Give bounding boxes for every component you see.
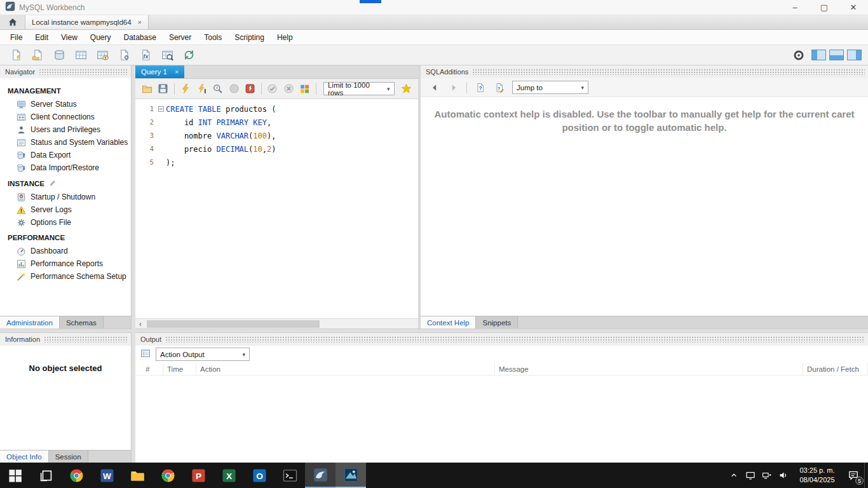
show-desktop-button[interactable]: [864, 463, 868, 488]
nav-item-dashboard[interactable]: Dashboard: [0, 245, 131, 257]
tray-network-button[interactable]: [759, 463, 775, 488]
code-area[interactable]: 1CREATE TABLE productos (2 id INT PRIMAR…: [135, 99, 418, 318]
horizontal-splitter[interactable]: [0, 329, 868, 333]
search-table-data-button[interactable]: [158, 47, 177, 64]
editor-horizontal-scrollbar[interactable]: ‹: [135, 318, 418, 329]
menu-item-help[interactable]: Help: [271, 30, 299, 44]
output-column-message: Message: [495, 363, 803, 375]
nav-item-client-connections[interactable]: Client Connections: [0, 111, 131, 123]
connection-status-button[interactable]: [789, 47, 808, 64]
taskbar-chrome-secondary[interactable]: [153, 463, 183, 488]
jump-to-select[interactable]: Jump to▾: [512, 81, 588, 94]
create-table-button[interactable]: [71, 47, 90, 64]
open-script-button[interactable]: [139, 81, 154, 97]
nav-item-options-file[interactable]: Options File: [0, 216, 131, 229]
action-center-button[interactable]: 5: [843, 463, 864, 488]
nav-item-performance-schema-setup[interactable]: Performance Schema Setup: [0, 270, 131, 283]
create-schema-icon: [53, 49, 65, 61]
nav-item-server-logs[interactable]: Server Logs: [0, 203, 131, 216]
new-sql-tab-button[interactable]: [6, 47, 25, 64]
taskbar-command-prompt[interactable]: [275, 463, 305, 488]
information-tab-session[interactable]: Session: [49, 451, 88, 463]
tray-volume-button[interactable]: [775, 463, 792, 488]
output-table-header: #TimeActionMessageDuration / Fetch: [135, 363, 868, 376]
output-view-select[interactable]: Action Output ▾: [156, 348, 250, 361]
taskbar-powerpoint[interactable]: P: [183, 463, 214, 488]
toggle-secondary-sidebar-button[interactable]: [847, 50, 862, 60]
nav-item-users-and-privileges[interactable]: Users and Privileges: [0, 123, 131, 136]
taskbar-outlook[interactable]: O: [244, 463, 275, 488]
task-view-button[interactable]: [31, 463, 61, 488]
start-button[interactable]: [0, 463, 31, 488]
history-forward-button[interactable]: [445, 80, 462, 95]
menu-item-view[interactable]: View: [55, 30, 84, 44]
nav-item-startup-shutdown[interactable]: Startup / Shutdown: [0, 191, 131, 203]
create-function-button[interactable]: fx: [136, 47, 155, 64]
nav-item-data-export[interactable]: Data Export: [0, 149, 131, 161]
open-sql-script-button[interactable]: [28, 47, 47, 64]
home-tab[interactable]: [0, 15, 25, 29]
menu-item-database[interactable]: Database: [118, 30, 163, 44]
taskbar-capture-tool[interactable]: [336, 463, 366, 488]
navigator-tab-administration[interactable]: Administration: [0, 316, 60, 329]
save-script-button[interactable]: [155, 81, 170, 97]
save-snippet-button[interactable]: [399, 81, 414, 97]
toggle-autocommit-button[interactable]: [297, 81, 313, 97]
nav-item-server-status[interactable]: Server Status: [0, 98, 131, 111]
taskbar-file-explorer[interactable]: [122, 463, 153, 488]
information-tab-object-info[interactable]: Object Info: [0, 451, 49, 463]
taskbar-word[interactable]: W: [92, 463, 122, 488]
window-title: MySQL Workbench: [19, 3, 85, 12]
explain-statement-button[interactable]: [210, 81, 226, 97]
stop-execution-button[interactable]: [226, 81, 241, 97]
minimize-button[interactable]: –: [780, 0, 810, 15]
tray-display-button[interactable]: [742, 463, 759, 488]
history-forward-icon: [449, 83, 459, 93]
connection-tab-close-icon[interactable]: ×: [138, 18, 142, 26]
taskbar-clock[interactable]: 03:25 p. m. 08/04/2025: [792, 466, 843, 485]
toggle-left-sidebar-button[interactable]: [811, 50, 826, 60]
sql-additions-tab-context-help[interactable]: Context Help: [421, 316, 476, 329]
query-tab[interactable]: Query 1 ×: [135, 65, 184, 78]
manual-context-help-button[interactable]: ?: [471, 80, 489, 95]
hidden-icons-chevron[interactable]: [726, 463, 742, 488]
close-button[interactable]: ✕: [839, 0, 868, 15]
navigator-tab-schemas[interactable]: Schemas: [60, 316, 104, 329]
toggle-output-area-button[interactable]: [829, 50, 844, 60]
menu-item-server[interactable]: Server: [163, 30, 198, 44]
history-back-button[interactable]: [426, 80, 443, 95]
execute-statements-button[interactable]: [178, 81, 193, 97]
taskbar-chrome[interactable]: [61, 463, 92, 488]
commit-transaction-button[interactable]: [265, 81, 280, 97]
reconnect-dbms-button[interactable]: [179, 47, 198, 64]
limit-rows-select[interactable]: Limit to 1000 rows▾: [323, 82, 395, 95]
create-view-icon: [97, 49, 109, 61]
menu-item-file[interactable]: File: [4, 30, 29, 44]
navigator-section-management: MANAGEMENT: [0, 82, 131, 98]
execute-current-statement-button[interactable]: [194, 81, 209, 97]
scroll-left-button[interactable]: ‹: [135, 320, 146, 329]
menu-item-edit[interactable]: Edit: [29, 30, 55, 44]
toggle-stop-on-error-button[interactable]: [242, 81, 257, 97]
taskbar-excel[interactable]: X: [214, 463, 244, 488]
toggle-automatic-help-button[interactable]: ?: [491, 80, 508, 95]
nav-item-label: Server Status: [31, 100, 77, 109]
connection-tab[interactable]: Local instance wampmysqld64 ×: [25, 15, 149, 29]
nav-item-status-and-system-variables[interactable]: Status and System Variables: [0, 136, 131, 149]
menu-item-scripting[interactable]: Scripting: [228, 30, 271, 44]
create-procedure-button[interactable]: [114, 47, 133, 64]
stop-execution-icon: [229, 83, 240, 94]
create-view-button[interactable]: [93, 47, 112, 64]
rollback-transaction-button[interactable]: [281, 81, 296, 97]
fold-collapse-icon[interactable]: [156, 106, 166, 112]
menu-item-tools[interactable]: Tools: [198, 30, 228, 44]
taskbar-mysql-workbench[interactable]: [305, 463, 336, 488]
query-tab-close-icon[interactable]: ×: [175, 68, 179, 76]
scrollbar-thumb[interactable]: [147, 320, 320, 328]
maximize-button[interactable]: ▢: [810, 0, 839, 15]
menu-item-query[interactable]: Query: [84, 30, 118, 44]
sql-additions-tab-snippets[interactable]: Snippets: [476, 316, 518, 329]
create-schema-button[interactable]: [50, 47, 69, 64]
nav-item-performance-reports[interactable]: Performance Reports: [0, 257, 131, 270]
nav-item-data-import-restore[interactable]: Data Import/Restore: [0, 161, 131, 174]
